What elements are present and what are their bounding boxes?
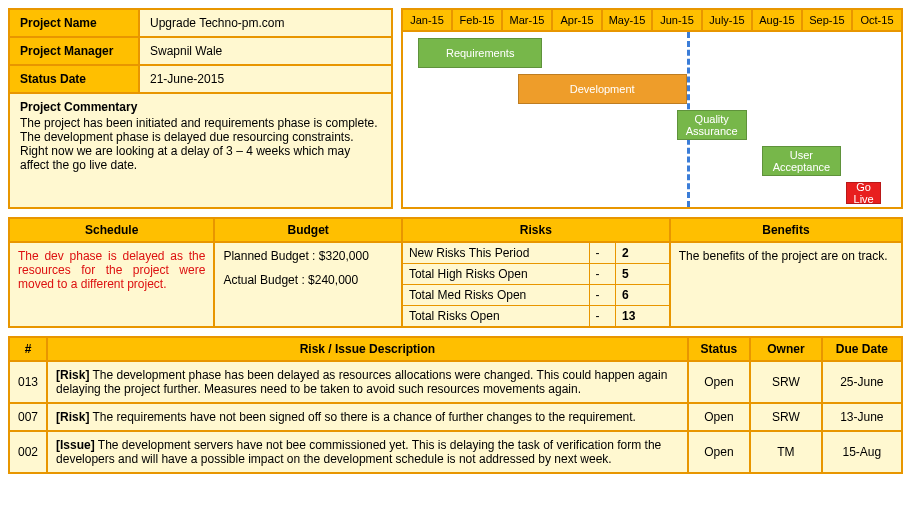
month-cell: Feb-15 <box>453 10 503 30</box>
value-project-name: Upgrade Techno-pm.com <box>140 10 391 36</box>
issue-header-owner: Owner <box>750 337 821 361</box>
value-status-date: 21-June-2015 <box>140 66 391 92</box>
issue-id: 002 <box>9 431 47 473</box>
month-cell: Mar-15 <box>503 10 553 30</box>
bar-requirements: Requirements <box>418 38 543 68</box>
mid-summary-table: Schedule Budget Risks Benefits The dev p… <box>8 217 903 328</box>
issue-due: 13-June <box>822 403 902 431</box>
issue-header-due: Due Date <box>822 337 902 361</box>
issue-due: 25-June <box>822 361 902 403</box>
header-benefits: Benefits <box>670 218 902 242</box>
risk-row-val: 6 <box>622 288 629 302</box>
project-info-panel: Project Name Upgrade Techno-pm.com Proje… <box>8 8 393 209</box>
schedule-text: The dev phase is delayed as the resource… <box>9 242 214 327</box>
table-row: 002 [Issue] The development servers have… <box>9 431 902 473</box>
month-cell: July-15 <box>703 10 753 30</box>
bar-development: Development <box>518 74 687 104</box>
issue-desc: [Risk] The requirements have not been si… <box>47 403 688 431</box>
label-project-name: Project Name <box>10 10 140 36</box>
budget-cell: Planned Budget : $320,000 Actual Budget … <box>214 242 402 327</box>
benefits-text: The benefits of the project are on track… <box>670 242 902 327</box>
risk-row-dash: - <box>589 285 616 306</box>
gantt-body: Requirements Development QualityAssuranc… <box>403 32 901 207</box>
bar-qa: QualityAssurance <box>677 110 747 140</box>
issue-status: Open <box>688 361 751 403</box>
issue-id: 013 <box>9 361 47 403</box>
issue-owner: TM <box>750 431 821 473</box>
header-risks: Risks <box>402 218 670 242</box>
month-cell: Jan-15 <box>403 10 453 30</box>
budget-actual: Actual Budget : $240,000 <box>223 273 393 287</box>
issue-desc: [Risk] [Risk] The development phase has … <box>47 361 688 403</box>
risk-row-dash: - <box>589 264 616 285</box>
month-cell: Sep-15 <box>803 10 853 30</box>
issue-header-desc: Risk / Issue Description <box>47 337 688 361</box>
issue-desc: [Issue] The development servers have not… <box>47 431 688 473</box>
issue-header-id: # <box>9 337 47 361</box>
bar-ua: UserAcceptance <box>762 146 842 176</box>
risk-row-label: Total Med Risks Open <box>403 285 589 306</box>
issue-status: Open <box>688 403 751 431</box>
risk-row-label: Total High Risks Open <box>403 264 589 285</box>
month-cell: Apr-15 <box>553 10 603 30</box>
issue-owner: SRW <box>750 361 821 403</box>
risk-row-val: 13 <box>622 309 635 323</box>
header-schedule: Schedule <box>9 218 214 242</box>
budget-planned: Planned Budget : $320,000 <box>223 249 393 263</box>
commentary-text: The project has been initiated and requi… <box>20 116 381 172</box>
issue-status: Open <box>688 431 751 473</box>
risk-row-label: New Risks This Period <box>403 243 589 264</box>
header-budget: Budget <box>214 218 402 242</box>
risk-row-dash: - <box>589 243 616 264</box>
value-project-manager: Swapnil Wale <box>140 38 391 64</box>
bar-golive: GoLive <box>846 182 881 204</box>
label-project-manager: Project Manager <box>10 38 140 64</box>
risks-cell: New Risks This Period-2 Total High Risks… <box>402 242 670 327</box>
commentary-title: Project Commentary <box>20 100 381 114</box>
month-cell: May-15 <box>603 10 653 30</box>
issue-header-status: Status <box>688 337 751 361</box>
risk-row-label: Total Risks Open <box>403 306 589 327</box>
month-cell: Oct-15 <box>853 10 901 30</box>
gantt-months-header: Jan-15 Feb-15 Mar-15 Apr-15 May-15 Jun-1… <box>403 10 901 32</box>
label-status-date: Status Date <box>10 66 140 92</box>
month-cell: Jun-15 <box>653 10 703 30</box>
month-cell: Aug-15 <box>753 10 803 30</box>
table-row: 007 [Risk] The requirements have not bee… <box>9 403 902 431</box>
risk-row-val: 2 <box>622 246 629 260</box>
issue-id: 007 <box>9 403 47 431</box>
risk-issue-table: # Risk / Issue Description Status Owner … <box>8 336 903 474</box>
table-row: 013 [Risk] [Risk] The development phase … <box>9 361 902 403</box>
risk-row-dash: - <box>589 306 616 327</box>
issue-owner: SRW <box>750 403 821 431</box>
gantt-panel: Jan-15 Feb-15 Mar-15 Apr-15 May-15 Jun-1… <box>401 8 903 209</box>
issue-due: 15-Aug <box>822 431 902 473</box>
risk-row-val: 5 <box>622 267 629 281</box>
